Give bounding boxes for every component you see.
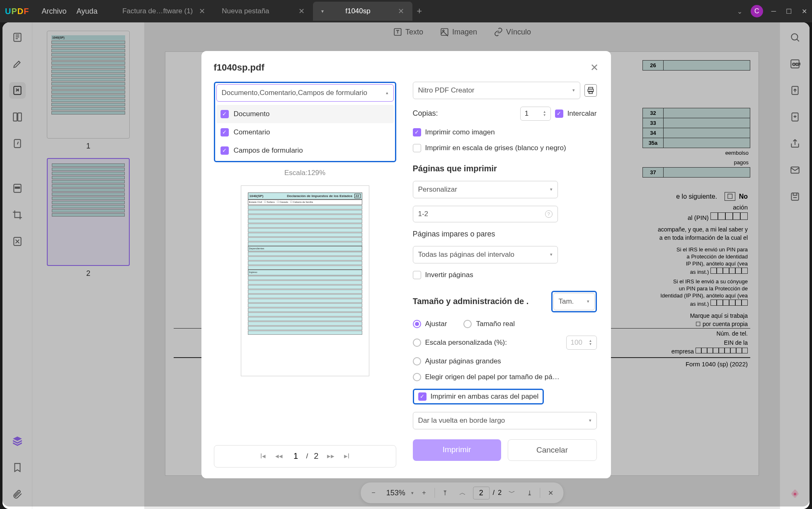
menu-file[interactable]: Archivo [41, 7, 66, 16]
reverse-checkbox[interactable] [413, 271, 421, 279]
printer-select[interactable]: Nitro PDF Creator▾ [413, 82, 580, 99]
close-icon[interactable]: ✕ [298, 7, 305, 16]
close-button[interactable]: ✕ [802, 7, 807, 15]
tab-label: f1040sp [345, 7, 371, 15]
content-dropdown-highlight: Documento,Comentario,Campos de formulari… [214, 82, 396, 162]
fit-radio[interactable] [413, 320, 421, 328]
first-page-icon[interactable]: I◂ [257, 450, 270, 463]
scale-label: Escala:129% [214, 169, 396, 177]
cancel-button[interactable]: Cancelar [508, 439, 597, 461]
modal-overlay: f1040sp.pdf ✕ Documento,Comentario,Campo… [2, 22, 810, 507]
print-button[interactable]: Imprimir [413, 439, 501, 461]
print-as-image-checkbox[interactable]: ✓ [413, 128, 421, 136]
tab-label: Nueva pestaña [222, 7, 269, 15]
option-campos[interactable]: ✓ Campos de formulario [216, 141, 394, 160]
checkbox-checked-icon: ✓ [221, 110, 229, 118]
custom-scale-radio[interactable] [413, 339, 421, 347]
menu-help[interactable]: Ayuda [77, 7, 98, 16]
modal-title: f1040sp.pdf [214, 62, 264, 73]
close-icon[interactable]: ✕ [398, 7, 404, 16]
option-comentario[interactable]: ✓ Comentario [216, 123, 394, 141]
size-heading: Tamaño y administración de . [413, 297, 529, 306]
pages-mode-select[interactable]: Personalizar▾ [413, 181, 558, 198]
info-icon[interactable]: ? [545, 210, 553, 218]
dropdown-icon[interactable]: ▾ [321, 8, 324, 14]
both-sides-option[interactable]: ✓ Imprimir en ambas caras del papel [418, 392, 539, 401]
tab-f1040sp[interactable]: ▾ f1040sp ✕ [313, 2, 412, 21]
pager-input[interactable] [288, 451, 304, 461]
grayscale-checkbox[interactable] [413, 144, 421, 152]
add-tab-button[interactable]: + [412, 2, 426, 21]
user-avatar[interactable]: C [751, 5, 763, 17]
paper-source-radio[interactable] [413, 373, 421, 381]
last-page-icon[interactable]: ▸I [340, 450, 353, 463]
copies-spinner[interactable]: 1 ▲▼ [520, 107, 551, 121]
printer-settings-icon[interactable] [584, 84, 597, 97]
copies-label: Copias: [413, 109, 438, 118]
odd-even-select[interactable]: Todas las páginas del intervalo▾ [413, 246, 558, 263]
tab-new[interactable]: Nueva pestaña ✕ [213, 2, 313, 21]
app-logo: UPDF [5, 7, 29, 16]
pages-range-input[interactable]: 1-2 ? [413, 206, 558, 222]
svg-rect-21 [589, 91, 592, 93]
tab-bar: Factura de…ftware (1) ✕ Nueva pestaña ✕ … [114, 2, 737, 21]
both-sides-checkbox[interactable]: ✓ [418, 392, 427, 401]
chevron-down-icon[interactable]: ⌄ [737, 7, 742, 15]
actual-size-radio[interactable] [463, 320, 472, 328]
option-documento[interactable]: ✓ Documento [216, 105, 394, 123]
close-icon[interactable]: ✕ [590, 62, 599, 73]
odd-even-label: Páginas impares o pares [413, 230, 597, 239]
minimize-button[interactable]: ─ [771, 7, 776, 15]
close-icon[interactable]: ✕ [199, 7, 205, 16]
prev-page-icon[interactable]: ◂◂ [272, 450, 286, 463]
tab-label: Factura de…ftware (1) [122, 7, 193, 15]
print-dialog: f1040sp.pdf ✕ Documento,Comentario,Campo… [201, 51, 611, 478]
next-page-icon[interactable]: ▸▸ [324, 450, 337, 463]
checkbox-checked-icon: ✓ [221, 146, 229, 155]
collate-checkbox[interactable]: ✓ [555, 110, 563, 118]
pager-total: 2 [310, 451, 322, 461]
chevron-up-icon: ▴ [386, 90, 388, 95]
preview-pager: I◂ ◂◂ / 2 ▸▸ ▸I [214, 445, 396, 468]
checkbox-checked-icon: ✓ [221, 128, 229, 136]
paper-size-select[interactable]: Tam.▾ [553, 293, 595, 310]
main-menu: Archivo Ayuda [41, 7, 97, 16]
maximize-button[interactable]: ☐ [786, 7, 792, 15]
titlebar: UPDF Archivo Ayuda Factura de…ftware (1)… [0, 0, 812, 22]
fit-large-radio[interactable] [413, 357, 421, 365]
pages-heading: Páginas que imprimir [413, 164, 597, 173]
flip-select[interactable]: Dar la vuelta en borde largo▾ [413, 412, 597, 429]
tab-invoice[interactable]: Factura de…ftware (1) ✕ [114, 2, 213, 21]
custom-scale-spinner[interactable]: 100 ▲▼ [566, 336, 597, 350]
print-preview: 1040(SP)Declaración de Impuestos de los … [241, 185, 369, 376]
content-dropdown[interactable]: Documento,Comentario,Campos de formulari… [216, 84, 394, 102]
